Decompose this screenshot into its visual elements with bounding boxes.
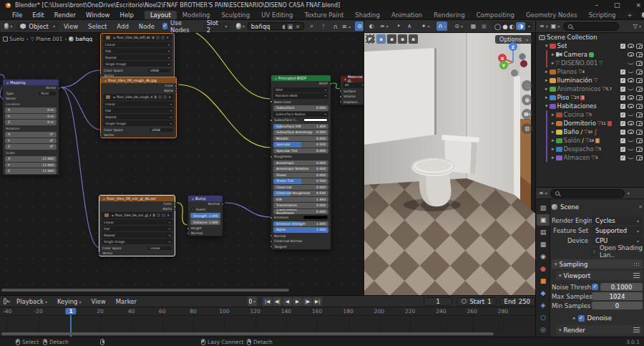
exclude-checkbox[interactable]: ✓ — [620, 78, 625, 83]
exclude-checkbox[interactable]: ✓ — [620, 87, 625, 92]
outliner-row[interactable]: ▸Almacen▽3✓ — [536, 153, 644, 162]
node-slider[interactable]: Clearcoat0.000 — [273, 185, 328, 191]
gizmo-minus-y-axis[interactable] — [520, 60, 527, 67]
gizmo-y-axis[interactable]: Y — [499, 61, 508, 69]
expand-right-icon[interactable]: ▸ — [573, 315, 576, 321]
node-editor-scrollbar[interactable] — [1, 289, 289, 292]
editor-divider[interactable] — [536, 187, 644, 188]
exclude-checkbox[interactable]: ✓ — [620, 121, 625, 126]
editor-divider[interactable] — [535, 20, 536, 337]
pan-button[interactable] — [522, 95, 532, 105]
copy-icon[interactable] — [157, 213, 160, 217]
node-slider[interactable]: Transmission Roughness0.000 — [273, 209, 328, 215]
node-slider[interactable]: Subsurface0.000 — [273, 105, 328, 111]
expand-down-icon[interactable]: ▾ — [545, 43, 548, 49]
exclude-checkbox[interactable]: ✓ — [620, 147, 625, 152]
node-number-field[interactable]: Y17.000 — [5, 163, 57, 168]
node-input-socket[interactable]: Volume — [341, 94, 364, 100]
node-principled[interactable]: ▾Principled BSDFBSDFGGX▾Random Walk▾Base… — [270, 75, 331, 250]
node-slider[interactable]: Specular0.500 — [273, 142, 328, 148]
exclude-checkbox[interactable]: ✓ — [620, 95, 625, 100]
unlink-icon[interactable]: × — [167, 213, 170, 217]
expand-down-icon[interactable]: ▾ — [545, 103, 548, 109]
outliner-row[interactable]: ▸Iluminación▽✓ — [536, 76, 644, 85]
frame-end-field[interactable]: End250 — [499, 297, 535, 306]
expand-right-icon[interactable]: ▸ — [552, 155, 555, 160]
hide-eye-icon[interactable] — [628, 130, 634, 134]
outliner-search-input[interactable] — [563, 22, 619, 31]
hide-eye-closed-icon[interactable] — [628, 113, 634, 116]
node-labeled-dropdown[interactable]: Color SpacesRGB — [101, 67, 174, 73]
node-input-socket[interactable]: Base Color — [271, 100, 331, 105]
node-slider[interactable]: Clearcoat Roughness0.030 — [273, 191, 328, 196]
shading-material-icon[interactable]: ◐ — [509, 23, 514, 30]
image-selector[interactable]: ▾floor_tiles_06_nor_gl_4k.exr3× — [102, 212, 172, 218]
expand-right-icon[interactable]: ▸ — [552, 146, 555, 152]
node-input-socket[interactable]: Vector — [101, 133, 176, 138]
select-tool-button[interactable]: ◤ — [366, 34, 375, 44]
node-labeled-dropdown[interactable]: Color SpacesRGB — [101, 127, 176, 133]
node-output-socket[interactable]: BSDF — [271, 81, 331, 87]
subsection-viewport[interactable]: ▾Viewport — [556, 271, 643, 280]
menu-file[interactable]: File — [7, 11, 27, 19]
zoom-button[interactable] — [522, 80, 532, 91]
xray-icon[interactable]: ▣ — [479, 21, 489, 31]
node-slider[interactable]: Sheen0.000 — [273, 173, 328, 178]
unlink-icon[interactable]: × — [168, 95, 171, 99]
node-number-field[interactable]: X0 m — [5, 107, 57, 113]
editor-divider[interactable] — [364, 20, 364, 295]
unlink-icon[interactable]: × — [296, 23, 301, 30]
shading-solid-icon[interactable]: ● — [502, 23, 507, 30]
node-tex-normal[interactable]: ▾floor_tiles_06_nor_gl_4k.exrColorAlpha▾… — [99, 195, 175, 256]
expand-right-icon[interactable]: ▸ — [545, 95, 548, 100]
node-output-socket[interactable]: Alpha — [101, 88, 176, 93]
hide-eye-closed-icon[interactable] — [628, 139, 634, 142]
properties-tab-physics[interactable]: ○ — [537, 312, 550, 323]
outliner-row[interactable]: ▸Baño∕▽10∫✓ — [536, 128, 644, 136]
outliner-row[interactable]: ▸Despacho▽5✓ — [536, 145, 644, 153]
node-slider[interactable]: Distance1.000 — [190, 219, 220, 225]
node-input-socket[interactable]: Vector — [3, 96, 59, 102]
node-dropdown[interactable]: Random Walk▾ — [273, 93, 328, 99]
exclude-checkbox[interactable]: ✓ — [620, 130, 625, 135]
node-number-field[interactable]: X0° — [5, 132, 57, 138]
node-slider[interactable]: Sheen Tint0.500 — [273, 178, 328, 184]
navigation-gizmo[interactable]: Z X Y — [492, 39, 535, 79]
node-tex-rough[interactable]: ▾floor_tiles_06_rough_4k.jpgColorAlpha▾f… — [100, 77, 177, 138]
scene-selector[interactable]: ▾Scene▣× — [638, 11, 644, 19]
disable-render-icon[interactable] — [636, 121, 643, 126]
current-frame-field[interactable]: 1 — [424, 297, 452, 306]
disable-render-icon[interactable] — [636, 104, 643, 109]
node-number-field[interactable]: Z0° — [5, 144, 57, 150]
outliner-row[interactable]: ▸Planos▽4✓ — [536, 67, 644, 76]
node-checkbox[interactable]: Invert — [188, 206, 223, 212]
checkbox-icon[interactable]: ✓ — [592, 284, 598, 290]
tab-sculpting[interactable]: Sculpting — [215, 11, 255, 19]
menu-window[interactable]: Window — [81, 11, 115, 19]
disable-render-icon[interactable] — [636, 130, 643, 135]
hide-eye-closed-icon[interactable] — [628, 62, 634, 64]
gizmo-minus-x-axis[interactable] — [519, 53, 526, 60]
exclude-checkbox[interactable]: ✓ — [620, 44, 625, 49]
viewport-3d[interactable]: ◤ ▪ ▪ ▪ ▪ Options ▾ Z X Y — [364, 33, 535, 295]
disable-render-icon[interactable] — [636, 69, 643, 75]
node-slider[interactable]: Specular Tint0.000 — [273, 148, 328, 154]
node-input-socket[interactable]: Displace.. — [341, 100, 364, 105]
use-nodes-toggle[interactable]: ✓Use Nodes — [162, 19, 196, 34]
timeline-menu-playback[interactable]: Playback▾ — [11, 298, 52, 305]
node-input-socket[interactable]: Surface — [341, 89, 364, 95]
shading-wireframe-icon[interactable]: ◯ — [494, 23, 502, 30]
proportional-falloff-dropdown[interactable]: ≡▾ — [379, 21, 390, 31]
node-slider[interactable]: Metallic0.000 — [273, 136, 328, 142]
node-header[interactable]: ▾Material O.. — [341, 76, 364, 82]
expand-right-icon[interactable]: ▸ — [552, 138, 555, 143]
node-material-output[interactable]: ▾Material O..All▾SurfaceVolumeDisplace.. — [340, 75, 364, 105]
node-dropdown-value[interactable]: Linear — [148, 246, 172, 250]
falloff-dot-icon[interactable]: • — [394, 21, 404, 31]
cursor-tool-button[interactable]: ▪ — [409, 34, 418, 44]
gizmo-minus-z-axis[interactable] — [511, 69, 518, 77]
node-slider[interactable]: Anisotropic0.000 — [273, 160, 328, 166]
breadcrumb-item[interactable]: bañqq — [69, 36, 92, 42]
node-input-socket[interactable]: Roughness — [271, 154, 331, 160]
toggle-perspective-button[interactable] — [522, 123, 532, 134]
